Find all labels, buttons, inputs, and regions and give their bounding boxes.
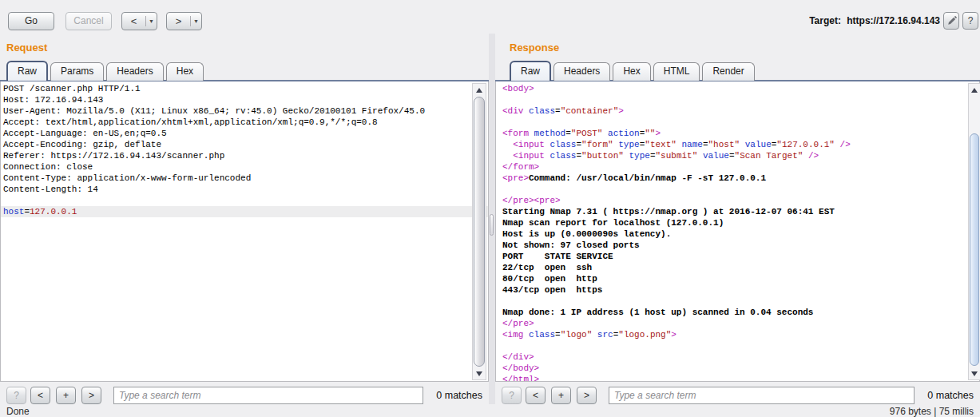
response-search-bar: ? < + > 0 matches	[495, 383, 980, 407]
request-search-matches: 0 matches	[436, 383, 482, 407]
code-line: <pre>Command: /usr/local/bin/nmap -F -sT…	[502, 173, 979, 184]
request-search-prev-button[interactable]: <	[30, 387, 50, 404]
code-line: 443/tcp open https	[502, 284, 979, 296]
scroll-up-arrow-icon[interactable]	[473, 84, 486, 96]
code-line: Content-Type: application/x-www-form-url…	[3, 173, 488, 184]
response-search-help-button[interactable]: ?	[502, 387, 522, 404]
response-tabs: Raw Headers Hex HTML Render	[510, 61, 757, 81]
code-line: User-Agent: Mozilla/5.0 (X11; Linux x86_…	[3, 105, 488, 117]
code-line: <input class="button" type="submit" valu…	[502, 150, 979, 161]
request-tabs: Raw Params Headers Hex	[6, 61, 206, 81]
code-line: Host is up (0.0000090s latency).	[502, 228, 979, 240]
target-label: Target: https://172.16.94.143	[809, 15, 940, 26]
code-line: </div>	[502, 351, 979, 363]
pencil-icon	[946, 16, 957, 26]
target-help-button[interactable]: ?	[962, 12, 978, 30]
response-tab-hex[interactable]: Hex	[613, 62, 650, 81]
chevron-down-icon: ▼	[146, 13, 157, 30]
code-line: Referer: https://172.16.94.143/scanner.p…	[3, 150, 488, 161]
code-line	[502, 117, 979, 128]
code-line: Nmap scan report for localhost (127.0.0.…	[502, 217, 979, 228]
next-request-button[interactable]: > ▼	[166, 12, 202, 30]
code-line: 80/tcp open http	[502, 273, 979, 284]
target-label-prefix: Target:	[809, 15, 841, 26]
response-panel: Response Raw Headers Hex HTML Render <bo…	[495, 38, 980, 417]
code-line: 22/tcp open ssh	[502, 262, 979, 273]
code-line	[3, 195, 488, 206]
code-line: </body>	[502, 363, 979, 374]
response-tab-render[interactable]: Render	[702, 62, 754, 81]
code-line: <img class="logo" src="logo.png">	[502, 329, 979, 340]
code-line: host=127.0.0.1	[1, 206, 488, 217]
panel-splitter[interactable]	[489, 34, 495, 404]
response-tab-headers[interactable]: Headers	[553, 62, 610, 81]
scroll-up-arrow-icon[interactable]	[969, 84, 980, 96]
request-tab-params[interactable]: Params	[50, 62, 104, 81]
cancel-button[interactable]: Cancel	[65, 12, 112, 30]
response-editor[interactable]: <body> <div class="container"> <form met…	[495, 81, 980, 382]
request-scrollbar	[472, 83, 486, 380]
response-search-options-button[interactable]: +	[551, 387, 571, 404]
request-search-next-button[interactable]: >	[81, 387, 101, 404]
edit-target-button[interactable]	[943, 12, 959, 30]
response-tab-html[interactable]: HTML	[653, 62, 700, 81]
request-search-input[interactable]	[113, 387, 423, 404]
code-line: Starting Nmap 7.31 ( https://nmap.org ) …	[502, 206, 979, 217]
code-line: <input class="form" type="text" name="ho…	[502, 139, 979, 150]
code-line: Nmap done: 1 IP address (1 host up) scan…	[502, 307, 979, 318]
request-panel-title: Request	[6, 42, 47, 54]
request-tab-raw[interactable]: Raw	[6, 61, 48, 81]
code-line: <div class="container">	[502, 105, 979, 117]
status-done-label: Done	[6, 406, 30, 417]
code-line: </form>	[502, 161, 979, 173]
code-line: </pre><pre>	[502, 195, 979, 206]
code-line: Content-Length: 14	[3, 184, 488, 195]
previous-request-button[interactable]: < ▼	[121, 12, 157, 30]
code-line: Accept: text/html,application/xhtml+xml,…	[3, 117, 488, 128]
code-line: Not shown: 97 closed ports	[502, 240, 979, 251]
code-line	[502, 94, 979, 105]
code-line: Accept-Language: en-US,en;q=0.5	[3, 128, 488, 139]
request-panel: Request Raw Params Headers Hex POST /sca…	[0, 38, 489, 417]
request-search-options-button[interactable]: +	[56, 387, 76, 404]
response-scrollbar-thumb[interactable]	[970, 133, 979, 366]
status-size-time-label: 976 bytes | 75 millis	[890, 406, 974, 417]
code-line: Accept-Encoding: gzip, deflate	[3, 139, 488, 150]
request-search-help-button[interactable]: ?	[6, 387, 26, 404]
code-line: Connection: close	[3, 161, 488, 173]
response-search-matches: 0 matches	[927, 383, 974, 407]
response-search-prev-button[interactable]: <	[526, 387, 546, 404]
code-line	[502, 296, 979, 307]
request-tab-headers[interactable]: Headers	[106, 62, 163, 81]
forward-chevron-icon: >	[167, 13, 190, 30]
code-line: </html>	[502, 374, 979, 382]
chevron-down-icon: ▼	[191, 13, 201, 30]
response-search-input[interactable]	[609, 387, 915, 404]
response-scrollbar	[968, 83, 980, 380]
response-tab-raw[interactable]: Raw	[510, 61, 551, 81]
request-editor[interactable]: POST /scanner.php HTTP/1.1Host: 172.16.9…	[0, 81, 489, 382]
back-chevron-icon: <	[122, 13, 145, 30]
code-line: POST /scanner.php HTTP/1.1	[3, 83, 488, 94]
scroll-down-arrow-icon[interactable]	[473, 367, 486, 379]
code-line	[502, 340, 979, 351]
go-button[interactable]: Go	[8, 12, 54, 30]
code-line	[502, 184, 979, 195]
request-scrollbar-thumb[interactable]	[474, 97, 485, 367]
splitter-grip-icon	[490, 214, 494, 236]
code-line: Host: 172.16.94.143	[3, 94, 488, 105]
scroll-down-arrow-icon[interactable]	[969, 367, 980, 379]
code-line: <form method="POST" action="">	[502, 128, 979, 139]
request-tab-hex[interactable]: Hex	[166, 62, 204, 81]
code-line: </pre>	[502, 318, 979, 329]
request-search-bar: ? < + > 0 matches	[0, 383, 489, 407]
code-line: <body>	[502, 83, 979, 94]
target-url: https://172.16.94.143	[847, 15, 940, 26]
response-search-next-button[interactable]: >	[577, 387, 597, 404]
response-panel-title: Response	[510, 42, 559, 54]
code-line: PORT STATE SERVICE	[502, 251, 979, 262]
